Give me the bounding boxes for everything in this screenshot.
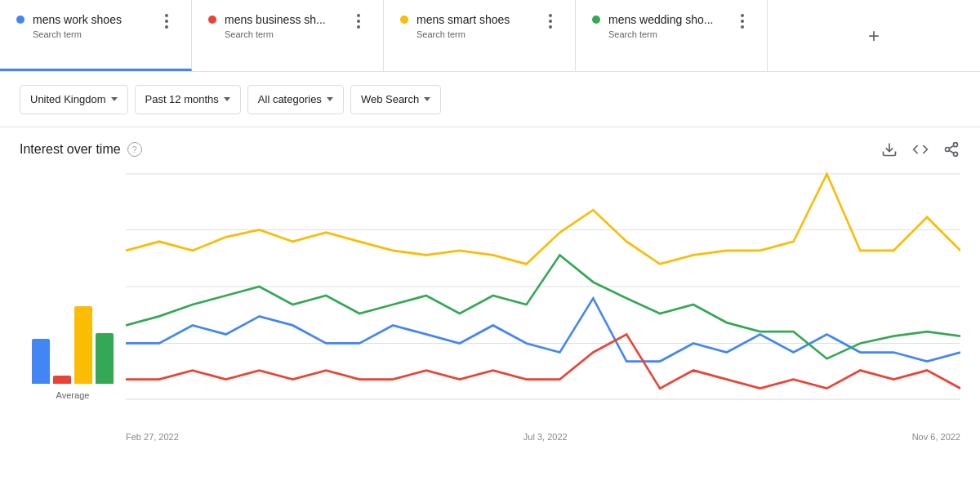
avg-bar-4 bbox=[96, 333, 114, 384]
term-label-1: Search term bbox=[33, 29, 155, 39]
term-item-4[interactable]: mens wedding sho... Search term bbox=[576, 0, 768, 71]
average-section: Average bbox=[20, 165, 126, 426]
term-label-2: Search term bbox=[225, 29, 347, 39]
chart-title-area: Interest over time ? bbox=[20, 142, 142, 157]
type-filter[interactable]: Web Search bbox=[350, 85, 441, 114]
svg-point-2 bbox=[946, 148, 950, 152]
period-chevron-icon bbox=[224, 97, 230, 101]
term-text-1: mens work shoes Search term bbox=[33, 13, 155, 39]
term-text-2: mens business sh... Search term bbox=[225, 13, 347, 39]
svg-line-4 bbox=[949, 150, 954, 153]
type-label: Web Search bbox=[361, 93, 419, 105]
term-dot-2 bbox=[208, 16, 216, 24]
average-label: Average bbox=[56, 390, 90, 400]
chart-container: Average 100 75 50 25 bbox=[20, 165, 960, 426]
add-term-button[interactable]: + bbox=[768, 0, 980, 71]
term-item-1[interactable]: mens work shoes Search term bbox=[0, 0, 192, 71]
chart-section: Interest over time ? bbox=[0, 127, 980, 426]
region-label: United Kingdom bbox=[30, 93, 106, 105]
line-chart-area: 100 75 50 25 Feb 27, 2022 Jul 3, 2022 bbox=[126, 165, 960, 426]
period-label: Past 12 months bbox=[145, 93, 219, 105]
chart-actions bbox=[880, 140, 960, 158]
term-text-3: mens smart shoes Search term bbox=[416, 13, 539, 39]
term-name-3: mens smart shoes bbox=[416, 13, 539, 26]
svg-line-5 bbox=[949, 145, 954, 148]
terms-bar: mens work shoes Search term mens busines… bbox=[0, 0, 980, 72]
help-icon[interactable]: ? bbox=[127, 142, 142, 157]
period-filter[interactable]: Past 12 months bbox=[135, 85, 241, 114]
category-chevron-icon bbox=[327, 97, 333, 101]
term-menu-3[interactable] bbox=[542, 13, 559, 29]
category-filter[interactable]: All categories bbox=[247, 85, 344, 114]
embed-button[interactable] bbox=[911, 140, 929, 158]
term-name-2: mens business sh... bbox=[225, 13, 347, 26]
term-item-3[interactable]: mens smart shoes Search term bbox=[384, 0, 576, 71]
avg-bar-3 bbox=[74, 306, 92, 384]
category-label: All categories bbox=[258, 93, 322, 105]
chart-title: Interest over time bbox=[20, 142, 121, 157]
x-labels: Feb 27, 2022 Jul 3, 2022 Nov 6, 2022 bbox=[126, 429, 960, 442]
x-label-3: Nov 6, 2022 bbox=[912, 432, 960, 442]
term-dot-1 bbox=[16, 16, 24, 24]
region-filter[interactable]: United Kingdom bbox=[20, 85, 128, 114]
avg-bar-1 bbox=[32, 339, 50, 384]
x-label-1: Feb 27, 2022 bbox=[126, 432, 179, 442]
average-bars bbox=[32, 286, 114, 384]
term-menu-1[interactable] bbox=[158, 13, 175, 29]
term-text-4: mens wedding sho... Search term bbox=[608, 13, 731, 39]
term-menu-4[interactable] bbox=[734, 13, 751, 29]
share-button[interactable] bbox=[942, 140, 960, 158]
chart-header: Interest over time ? bbox=[20, 140, 960, 158]
term-label-4: Search term bbox=[608, 29, 731, 39]
term-dot-3 bbox=[400, 16, 408, 24]
term-dot-4 bbox=[592, 16, 600, 24]
term-name-1: mens work shoes bbox=[33, 13, 155, 26]
svg-point-3 bbox=[954, 152, 958, 156]
avg-bar-2 bbox=[53, 376, 71, 384]
download-button[interactable] bbox=[880, 140, 898, 158]
svg-point-1 bbox=[954, 143, 958, 147]
term-name-4: mens wedding sho... bbox=[608, 13, 731, 26]
region-chevron-icon bbox=[111, 97, 118, 101]
term-menu-2[interactable] bbox=[350, 13, 367, 29]
x-label-2: Jul 3, 2022 bbox=[523, 432, 568, 442]
term-label-3: Search term bbox=[416, 29, 539, 39]
type-chevron-icon bbox=[424, 97, 430, 101]
term-item-2[interactable]: mens business sh... Search term bbox=[192, 0, 384, 71]
filters-bar: United Kingdom Past 12 months All catego… bbox=[0, 72, 980, 127]
chart-svg: 100 75 50 25 bbox=[126, 165, 960, 426]
